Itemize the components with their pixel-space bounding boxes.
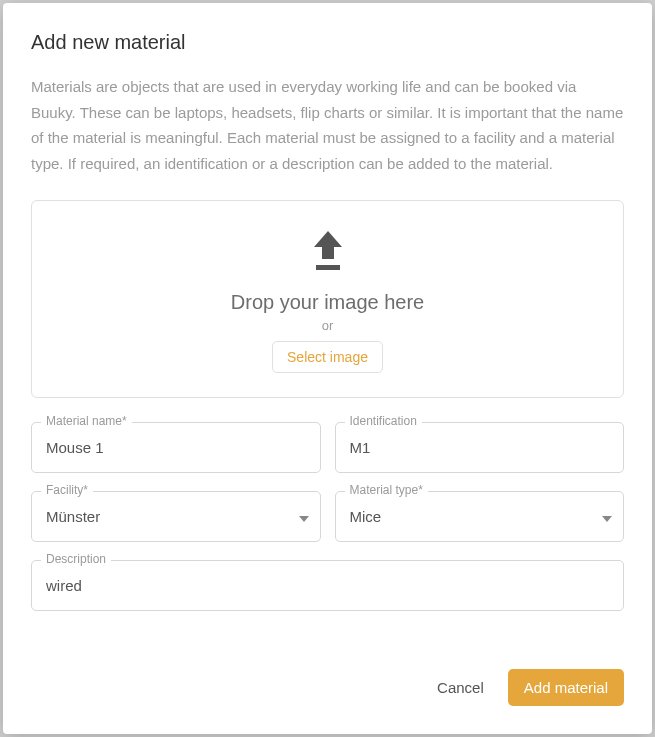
material-type-field-wrapper: Material type* Mice xyxy=(335,491,625,542)
modal-footer: Cancel Add material xyxy=(31,649,624,706)
material-name-label: Material name* xyxy=(41,414,132,428)
add-material-modal: Add new material Materials are objects t… xyxy=(3,3,652,734)
drop-text: Drop your image here xyxy=(231,291,424,314)
upload-icon xyxy=(308,229,348,277)
identification-input[interactable] xyxy=(335,422,625,473)
facility-field-wrapper: Facility* Münster xyxy=(31,491,321,542)
material-type-label: Material type* xyxy=(345,483,428,497)
material-type-select[interactable]: Mice xyxy=(335,491,625,542)
select-image-button[interactable]: Select image xyxy=(272,341,383,373)
facility-label: Facility* xyxy=(41,483,93,497)
cancel-button[interactable]: Cancel xyxy=(437,679,484,696)
description-field-wrapper: Description xyxy=(31,560,624,611)
svg-rect-0 xyxy=(316,265,340,270)
modal-description: Materials are objects that are used in e… xyxy=(31,74,624,176)
add-material-button[interactable]: Add material xyxy=(508,669,624,706)
modal-title: Add new material xyxy=(31,31,624,54)
material-name-field-wrapper: Material name* xyxy=(31,422,321,473)
image-dropzone[interactable]: Drop your image here or Select image xyxy=(31,200,624,398)
description-label: Description xyxy=(41,552,111,566)
material-name-input[interactable] xyxy=(31,422,321,473)
description-input[interactable] xyxy=(31,560,624,611)
identification-label: Identification xyxy=(345,414,422,428)
or-text: or xyxy=(322,318,334,333)
facility-select[interactable]: Münster xyxy=(31,491,321,542)
identification-field-wrapper: Identification xyxy=(335,422,625,473)
